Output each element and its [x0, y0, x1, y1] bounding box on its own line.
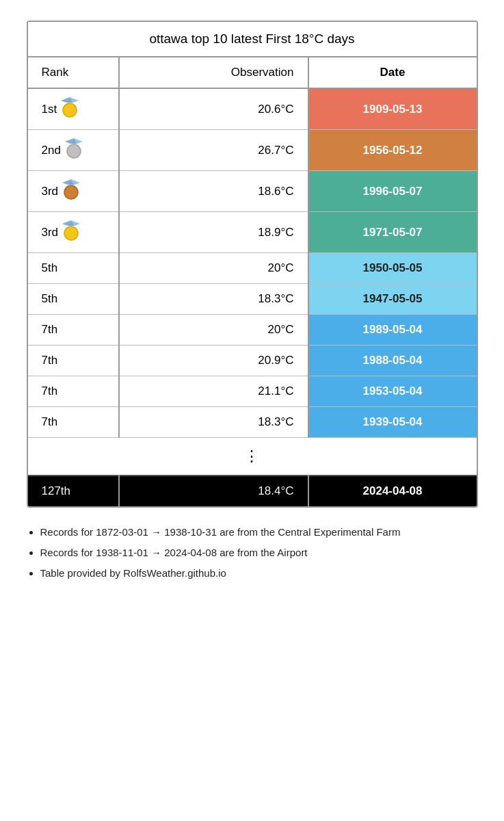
rank-cell: 1st: [28, 88, 119, 130]
observation-cell: 18.3°C: [119, 407, 308, 438]
header-rank: Rank: [28, 57, 119, 88]
date-cell: 1988-05-04: [308, 346, 477, 376]
footnotes: Records for 1872-03-01 → 1938-10-31 are …: [27, 524, 478, 582]
header-observation: Observation: [119, 57, 308, 88]
date-cell: 1956-05-12: [308, 130, 477, 171]
rank-cell: 3rd: [28, 171, 119, 212]
table-row: 7th20.9°C1988-05-04: [28, 346, 477, 376]
date-cell: 1950-05-05: [308, 253, 477, 284]
rank-label: 1st: [42, 103, 57, 116]
observation-cell: 20.9°C: [119, 346, 308, 376]
table-row: 3rd 18.9°C1971-05-07: [28, 212, 477, 253]
table-row: 7th18.3°C1939-05-04: [28, 407, 477, 438]
svg-point-3: [63, 103, 77, 117]
medal-icon: [61, 97, 79, 121]
rank-cell: 7th: [28, 315, 119, 346]
table-row: 5th18.3°C1947-05-05: [28, 284, 477, 315]
date-cell: 1909-05-13: [308, 88, 477, 130]
main-table-container: ottawa top 10 latest First 18°C days Ran…: [27, 21, 478, 508]
observation-cell: 18.6°C: [119, 171, 308, 212]
rank-cell: 5th: [28, 253, 119, 284]
rank-label: 3rd: [42, 185, 59, 198]
observation-cell: 21.1°C: [119, 376, 308, 407]
date-cell: 1953-05-04: [308, 376, 477, 407]
medal-icon: [62, 179, 80, 203]
ellipsis-row: ⋮: [28, 438, 477, 476]
rank-cell: 3rd: [28, 212, 119, 253]
rank-cell: 7th: [28, 376, 119, 407]
medal-icon: [65, 138, 83, 162]
observation-cell: 18.3°C: [119, 284, 308, 315]
table-row: 2nd 26.7°C1956-05-12: [28, 130, 477, 171]
rank-cell: 5th: [28, 284, 119, 315]
data-table: Rank Observation Date 1st 20.6°C1909-05-…: [28, 57, 477, 506]
table-title: ottawa top 10 latest First 18°C days: [28, 22, 477, 57]
ellipsis-cell: ⋮: [28, 438, 477, 476]
table-row: 1st 20.6°C1909-05-13: [28, 88, 477, 130]
last-rank-cell: 127th: [28, 475, 119, 506]
medal-icon: [62, 220, 80, 244]
rank-label: 7th: [42, 385, 58, 398]
table-row: 7th21.1°C1953-05-04: [28, 376, 477, 407]
observation-cell: 18.9°C: [119, 212, 308, 253]
svg-point-11: [64, 185, 78, 199]
last-row: 127th18.4°C2024-04-08: [28, 475, 477, 506]
rank-cell: 7th: [28, 346, 119, 376]
date-cell: 1989-05-04: [308, 315, 477, 346]
date-cell: 1971-05-07: [308, 212, 477, 253]
rank-label: 7th: [42, 323, 58, 337]
header-date: Date: [308, 57, 477, 88]
rank-label: 3rd: [42, 226, 59, 239]
rank-label: 5th: [42, 261, 58, 275]
rank-label: 7th: [42, 415, 58, 429]
page-wrapper: ottawa top 10 latest First 18°C days Ran…: [20, 14, 485, 807]
svg-point-7: [67, 144, 81, 158]
table-row: 7th20°C1989-05-04: [28, 315, 477, 346]
observation-cell: 20°C: [119, 315, 308, 346]
date-cell: 1996-05-07: [308, 171, 477, 212]
observation-cell: 20.6°C: [119, 88, 308, 130]
rank-label: 2nd: [42, 144, 61, 157]
date-cell: 1947-05-05: [308, 284, 477, 315]
footnote-item: Records for 1872-03-01 → 1938-10-31 are …: [40, 524, 478, 540]
rank-label: 5th: [42, 292, 58, 306]
observation-cell: 20°C: [119, 253, 308, 284]
svg-point-15: [64, 226, 78, 240]
rank-label: 7th: [42, 354, 58, 367]
observation-cell: 26.7°C: [119, 130, 308, 171]
table-row: 3rd 18.6°C1996-05-07: [28, 171, 477, 212]
footnote-item: Table provided by RolfsWeather.github.io: [40, 565, 478, 582]
rank-cell: 7th: [28, 407, 119, 438]
rank-cell: 2nd: [28, 130, 119, 171]
date-cell: 1939-05-04: [308, 407, 477, 438]
last-date-cell: 2024-04-08: [308, 475, 477, 506]
footnote-item: Records for 1938-11-01 → 2024-04-08 are …: [40, 545, 478, 561]
table-row: 5th20°C1950-05-05: [28, 253, 477, 284]
last-observation-cell: 18.4°C: [119, 475, 308, 506]
